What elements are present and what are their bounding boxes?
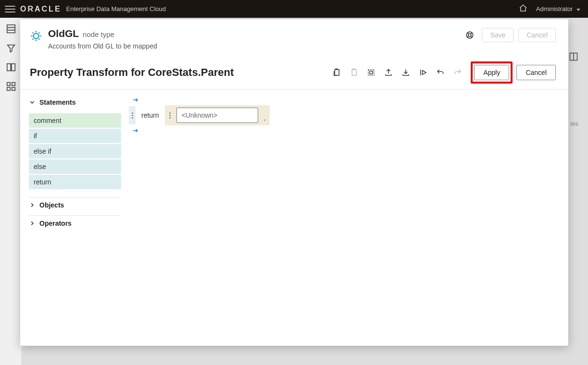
- svg-rect-6: [12, 87, 14, 90]
- return-keyword: return: [138, 111, 162, 119]
- global-header: ORACLE Enterprise Data Management Cloud …: [0, 0, 588, 18]
- palette-item-else[interactable]: else: [29, 159, 121, 174]
- svg-rect-1: [7, 64, 10, 71]
- svg-rect-5: [7, 87, 10, 90]
- section-title: Property Transform for CoreStats.Parent: [30, 66, 332, 79]
- palette-items-statements: comment if else if else return: [29, 110, 121, 195]
- svg-rect-11: [335, 70, 339, 75]
- paste-icon[interactable]: [332, 68, 341, 77]
- home-icon[interactable]: [519, 4, 527, 14]
- import-icon[interactable]: [401, 68, 410, 77]
- title-main: OldGL: [48, 28, 79, 39]
- bg-text-fragment: ies: [570, 120, 578, 127]
- expression-value-text: <Unknown>: [182, 111, 218, 119]
- svg-point-10: [468, 34, 471, 36]
- left-rail: [0, 18, 22, 365]
- svg-rect-2: [11, 64, 14, 71]
- export-icon[interactable]: [384, 68, 393, 77]
- insert-slot-bottom[interactable]: [125, 125, 559, 136]
- svg-rect-14: [370, 71, 373, 74]
- bg-layout-icon: [569, 52, 578, 63]
- apply-button[interactable]: Apply: [474, 65, 509, 80]
- modal-header: OldGL node type Accounts from Old GL to …: [20, 19, 568, 59]
- modal-subtitle: Accounts from Old GL to be mapped: [48, 42, 465, 50]
- run-icon[interactable]: [419, 68, 427, 77]
- cancel-top-button[interactable]: Cancel: [518, 28, 556, 42]
- chevron-down-icon: [576, 9, 580, 11]
- save-button[interactable]: Save: [482, 28, 513, 42]
- palette-group-operators[interactable]: Operators: [29, 216, 121, 231]
- svg-rect-13: [368, 70, 374, 75]
- palette-item-comment[interactable]: comment: [29, 113, 121, 128]
- select-all-icon[interactable]: [367, 68, 375, 77]
- section-toolbar: Property Transform for CoreStats.Parent …: [20, 59, 568, 90]
- group-label-objects: Objects: [39, 201, 64, 209]
- nodetype-icon: [30, 30, 42, 44]
- expression-value-box[interactable]: <Unknown>: [176, 108, 258, 123]
- expression-wrapper: <Unknown> .: [165, 105, 270, 125]
- statement-row-return: return <Unknown> .: [125, 105, 559, 125]
- palette-panel: Statements comment if else if else retur…: [20, 90, 121, 346]
- statement-terminator: .: [264, 114, 266, 122]
- svg-rect-3: [7, 83, 10, 85]
- modal-body: Statements comment if else if else retur…: [20, 90, 568, 346]
- property-transform-modal: OldGL node type Accounts from Old GL to …: [20, 19, 568, 346]
- title-suffix: node type: [83, 30, 114, 38]
- palette-item-return[interactable]: return: [29, 175, 121, 189]
- palette-item-elseif[interactable]: else if: [29, 144, 121, 158]
- svg-point-8: [34, 34, 39, 39]
- chevron-down-icon: [29, 99, 36, 106]
- brand-logo: ORACLE: [20, 5, 62, 13]
- help-icon[interactable]: [465, 31, 474, 39]
- apply-highlight-frame: Apply: [471, 61, 513, 84]
- rail-apps-icon[interactable]: [6, 81, 16, 92]
- modal-title: OldGL node type: [48, 28, 465, 39]
- palette-group-statements[interactable]: Statements: [29, 95, 121, 110]
- insert-slot-top[interactable]: [125, 95, 559, 105]
- drag-handle-icon[interactable]: [167, 108, 174, 123]
- palette-group-objects[interactable]: Objects: [29, 197, 121, 213]
- copy-disabled-icon: [350, 68, 358, 77]
- rail-compare-icon[interactable]: [6, 62, 16, 73]
- group-label-operators: Operators: [39, 219, 72, 227]
- toolbar-icons: [332, 68, 462, 77]
- user-menu[interactable]: Administrator: [536, 5, 580, 12]
- svg-rect-0: [7, 25, 15, 33]
- cancel-action-button[interactable]: Cancel: [516, 65, 556, 80]
- svg-rect-4: [12, 83, 14, 85]
- rail-filter-icon[interactable]: [6, 43, 16, 53]
- undo-icon[interactable]: [436, 68, 445, 77]
- chevron-right-icon: [29, 220, 36, 227]
- user-name: Administrator: [536, 5, 573, 12]
- palette-item-if[interactable]: if: [29, 129, 121, 143]
- drag-handle-icon[interactable]: [129, 106, 136, 124]
- product-name: Enterprise Data Management Cloud: [66, 5, 166, 12]
- redo-icon: [453, 68, 462, 77]
- expression-canvas: return <Unknown> .: [121, 90, 568, 346]
- rail-views-icon[interactable]: [6, 24, 16, 34]
- hamburger-menu-icon[interactable]: [5, 4, 15, 14]
- group-label-statements: Statements: [39, 98, 75, 106]
- svg-rect-12: [352, 70, 357, 75]
- chevron-right-icon: [29, 202, 36, 208]
